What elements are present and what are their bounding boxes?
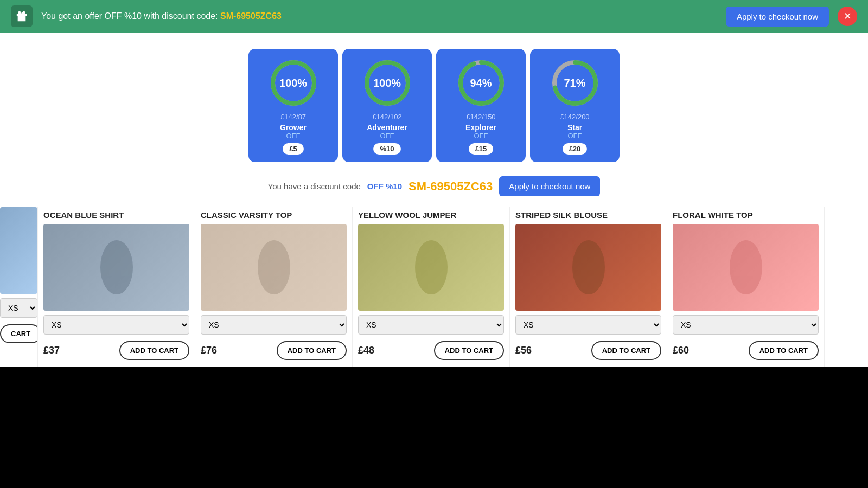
tier-circle-explorer: 94%: [457, 59, 506, 107]
notification-text: You got an offer OFF %10 with discount c…: [41, 11, 726, 21]
tier-name-explorer: Explorer: [465, 123, 496, 132]
tier-card-star[interactable]: 71% £142/200 Star OFF £20: [530, 49, 620, 162]
tier-pct-adventurer: 100%: [373, 77, 401, 89]
product-price-floral-white-top: £60: [673, 345, 689, 356]
size-select-yellow-wool-jumper[interactable]: XSSMLXL: [358, 315, 504, 335]
discount-off: OFF %10: [367, 182, 402, 191]
size-select-floral-white-top[interactable]: XSSMLXL: [673, 315, 819, 335]
product-card-striped-silk-blouse: STRIPED SILK BLOUSE XSSMLXL £56 ADD TO C…: [510, 207, 667, 367]
product-title-striped-silk-blouse: STRIPED SILK BLOUSE: [515, 207, 661, 224]
tier-off-explorer: OFF: [474, 132, 488, 140]
product-card-floral-white-top: FLORAL WHITE TOP XSSMLXL £60 ADD TO CART: [667, 207, 825, 367]
close-notification-button[interactable]: ✕: [838, 7, 857, 26]
tier-amount-grower: £142/87: [280, 113, 306, 121]
tier-badge-star: £20: [563, 143, 588, 155]
product-title-classic-varsity-top: CLASSIC VARSITY TOP: [201, 207, 347, 224]
notification-bar: You got an offer OFF %10 with discount c…: [0, 0, 868, 33]
product-card-partial: XSSMLXL CART: [0, 207, 38, 367]
notification-text-before: You got an offer OFF %10 with discount c…: [41, 11, 218, 21]
tier-card-adventurer[interactable]: 100% £142/102 Adventurer OFF %10: [342, 49, 432, 162]
product-card-ocean-blue-shirt: OCEAN BLUE SHIRT XSSMLXL £37 ADD TO CART: [38, 207, 195, 367]
tier-badge-adventurer: %10: [373, 143, 400, 155]
product-bottom-striped-silk-blouse: £56 ADD TO CART: [515, 339, 661, 367]
discount-section: You have a discount code OFF %10 SM-6950…: [0, 168, 868, 202]
product-bottom-classic-varsity-top: £76 ADD TO CART: [201, 339, 347, 367]
product-bottom-partial: CART: [0, 322, 37, 350]
tier-card-grower[interactable]: 100% £142/87 Grower OFF £5: [248, 49, 338, 162]
tier-off-adventurer: OFF: [380, 132, 394, 140]
add-to-cart-button-yellow-wool-jumper[interactable]: ADD TO CART: [434, 341, 504, 360]
notification-code: SM-69505ZC63: [220, 11, 282, 21]
tier-badge-grower: £5: [283, 143, 303, 155]
product-bottom-yellow-wool-jumper: £48 ADD TO CART: [358, 339, 504, 367]
add-to-cart-button-ocean-blue-shirt[interactable]: ADD TO CART: [119, 341, 189, 360]
size-select-ocean-blue-shirt[interactable]: XSSMLXL: [43, 315, 189, 335]
product-bottom-ocean-blue-shirt: £37 ADD TO CART: [43, 339, 189, 367]
svg-point-8: [100, 240, 133, 294]
product-image-floral-white-top: [673, 224, 819, 311]
add-to-cart-button-striped-silk-blouse[interactable]: ADD TO CART: [591, 341, 661, 360]
product-bottom-floral-white-top: £60 ADD TO CART: [673, 339, 819, 367]
tier-pct-explorer: 94%: [470, 77, 492, 89]
svg-point-11: [572, 240, 605, 294]
size-select-partial[interactable]: XSSMLXL: [0, 298, 37, 318]
discount-label: You have a discount code: [268, 182, 361, 191]
add-to-cart-button-classic-varsity-top[interactable]: ADD TO CART: [277, 341, 347, 360]
add-to-cart-button-partial[interactable]: CART: [0, 324, 38, 343]
product-price-striped-silk-blouse: £56: [515, 345, 532, 356]
main-content: 100% £142/87 Grower OFF £5 100% £142/102…: [0, 33, 868, 367]
product-image-striped-silk-blouse: [515, 224, 661, 311]
product-image-partial: [0, 207, 37, 294]
tier-circle-grower: 100%: [269, 59, 318, 107]
tier-pct-star: 71%: [564, 77, 585, 89]
tier-badge-explorer: £15: [469, 143, 494, 155]
svg-point-12: [730, 240, 762, 294]
size-select-classic-varsity-top[interactable]: XSSMLXL: [201, 315, 347, 335]
product-image-yellow-wool-jumper: [358, 224, 504, 311]
tier-card-explorer[interactable]: 94% £142/150 Explorer OFF £15: [436, 49, 526, 162]
size-select-striped-silk-blouse[interactable]: XSSMLXL: [515, 315, 661, 335]
tier-name-adventurer: Adventurer: [367, 123, 407, 132]
apply-checkout-main-button[interactable]: Apply to checkout now: [499, 176, 600, 196]
tier-circle-adventurer: 100%: [363, 59, 412, 107]
product-image-classic-varsity-top: [201, 224, 347, 311]
products-section: XSSMLXL CART OCEAN BLUE SHIRT XSSMLXL £3…: [0, 202, 868, 367]
tier-amount-explorer: £142/150: [466, 113, 495, 121]
product-title-yellow-wool-jumper: YELLOW WOOL JUMPER: [358, 207, 504, 224]
product-price-yellow-wool-jumper: £48: [358, 345, 374, 356]
tier-off-grower: OFF: [286, 132, 301, 140]
discount-code: SM-69505ZC63: [409, 179, 493, 194]
product-card-classic-varsity-top: CLASSIC VARSITY TOP XSSMLXL £76 ADD TO C…: [195, 207, 353, 367]
tier-circle-star: 71%: [551, 59, 599, 107]
tier-amount-star: £142/200: [560, 113, 589, 121]
tier-pct-grower: 100%: [279, 77, 307, 89]
tier-amount-adventurer: £142/102: [372, 113, 401, 121]
product-card-yellow-wool-jumper: YELLOW WOOL JUMPER XSSMLXL £48 ADD TO CA…: [353, 207, 510, 367]
product-price-classic-varsity-top: £76: [201, 345, 217, 356]
svg-point-9: [258, 240, 290, 294]
product-title-ocean-blue-shirt: OCEAN BLUE SHIRT: [43, 207, 189, 224]
gift-icon: [11, 5, 33, 27]
product-image-ocean-blue-shirt: [43, 224, 189, 311]
tier-off-star: OFF: [568, 132, 582, 140]
add-to-cart-button-floral-white-top[interactable]: ADD TO CART: [749, 341, 819, 360]
tier-name-grower: Grower: [280, 123, 307, 132]
tier-cards-section: 100% £142/87 Grower OFF £5 100% £142/102…: [0, 43, 868, 168]
product-price-ocean-blue-shirt: £37: [43, 345, 60, 356]
product-title-floral-white-top: FLORAL WHITE TOP: [673, 207, 819, 224]
svg-point-10: [415, 240, 448, 294]
tier-name-star: Star: [567, 123, 582, 132]
apply-checkout-top-button[interactable]: Apply to checkout now: [726, 7, 829, 27]
